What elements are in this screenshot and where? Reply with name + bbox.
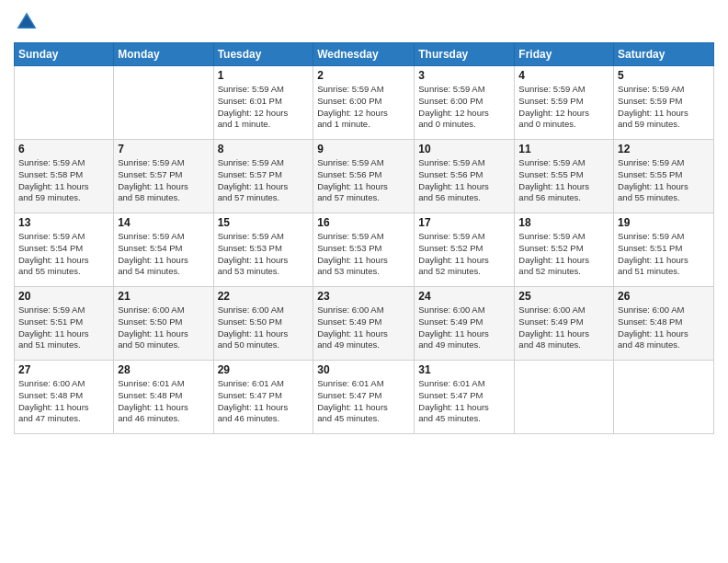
day-number: 30 [317, 363, 410, 376]
header [14, 9, 714, 35]
day-number: 10 [418, 143, 510, 155]
day-number: 20 [18, 290, 109, 303]
day-number: 16 [317, 216, 410, 229]
calendar-day-cell: 14Sunrise: 5:59 AM Sunset: 5:54 PM Dayli… [114, 213, 213, 287]
calendar-header-cell: Sunday [15, 43, 114, 66]
day-info: Sunrise: 6:01 AM Sunset: 5:47 PM Dayligh… [218, 378, 310, 425]
calendar-day-cell: 11Sunrise: 5:59 AM Sunset: 5:55 PM Dayli… [515, 140, 614, 213]
day-number: 22 [218, 290, 310, 303]
logo [14, 9, 43, 35]
calendar-day-cell: 20Sunrise: 5:59 AM Sunset: 5:51 PM Dayli… [15, 287, 114, 361]
day-number: 17 [418, 216, 510, 229]
calendar-day-cell: 22Sunrise: 6:00 AM Sunset: 5:50 PM Dayli… [213, 287, 313, 361]
calendar-day-cell [15, 66, 114, 140]
day-number: 4 [518, 69, 609, 82]
calendar-day-cell: 26Sunrise: 6:00 AM Sunset: 5:48 PM Dayli… [614, 287, 714, 361]
calendar-day-cell: 24Sunrise: 6:00 AM Sunset: 5:49 PM Dayli… [415, 287, 515, 361]
calendar-day-cell: 19Sunrise: 5:59 AM Sunset: 5:51 PM Dayli… [614, 213, 714, 287]
day-info: Sunrise: 5:59 AM Sunset: 5:55 PM Dayligh… [618, 157, 710, 204]
day-info: Sunrise: 6:00 AM Sunset: 5:50 PM Dayligh… [118, 304, 209, 351]
day-number: 8 [218, 143, 310, 155]
day-info: Sunrise: 5:59 AM Sunset: 5:53 PM Dayligh… [218, 231, 310, 278]
calendar-day-cell: 25Sunrise: 6:00 AM Sunset: 5:49 PM Dayli… [515, 287, 614, 361]
day-info: Sunrise: 5:59 AM Sunset: 5:53 PM Dayligh… [317, 231, 410, 278]
day-info: Sunrise: 5:59 AM Sunset: 5:51 PM Dayligh… [18, 304, 109, 351]
calendar-week-row: 13Sunrise: 5:59 AM Sunset: 5:54 PM Dayli… [15, 213, 714, 287]
calendar-header-cell: Wednesday [313, 43, 415, 66]
day-info: Sunrise: 6:00 AM Sunset: 5:48 PM Dayligh… [618, 304, 710, 351]
day-number: 23 [317, 290, 410, 303]
day-info: Sunrise: 5:59 AM Sunset: 5:54 PM Dayligh… [18, 231, 109, 278]
day-info: Sunrise: 5:59 AM Sunset: 5:52 PM Dayligh… [518, 231, 609, 278]
calendar-day-cell: 4Sunrise: 5:59 AM Sunset: 5:59 PM Daylig… [515, 66, 614, 140]
day-info: Sunrise: 5:59 AM Sunset: 5:57 PM Dayligh… [218, 157, 310, 204]
calendar-day-cell: 6Sunrise: 5:59 AM Sunset: 5:58 PM Daylig… [15, 140, 114, 213]
calendar-day-cell: 18Sunrise: 5:59 AM Sunset: 5:52 PM Dayli… [515, 213, 614, 287]
calendar-week-row: 20Sunrise: 5:59 AM Sunset: 5:51 PM Dayli… [15, 287, 714, 361]
calendar-body: 1Sunrise: 5:59 AM Sunset: 6:01 PM Daylig… [15, 66, 714, 434]
day-number: 31 [418, 363, 510, 376]
day-info: Sunrise: 5:59 AM Sunset: 5:59 PM Dayligh… [618, 84, 710, 131]
calendar-day-cell: 23Sunrise: 6:00 AM Sunset: 5:49 PM Dayli… [313, 287, 415, 361]
day-number: 24 [418, 290, 510, 303]
day-info: Sunrise: 6:01 AM Sunset: 5:48 PM Dayligh… [118, 378, 209, 425]
day-info: Sunrise: 5:59 AM Sunset: 5:54 PM Dayligh… [118, 231, 209, 278]
calendar-day-cell: 29Sunrise: 6:01 AM Sunset: 5:47 PM Dayli… [213, 361, 313, 434]
day-number: 7 [118, 143, 209, 155]
calendar-week-row: 1Sunrise: 5:59 AM Sunset: 6:01 PM Daylig… [15, 66, 714, 140]
day-info: Sunrise: 5:59 AM Sunset: 5:56 PM Dayligh… [418, 157, 510, 204]
day-number: 15 [218, 216, 310, 229]
calendar-day-cell: 30Sunrise: 6:01 AM Sunset: 5:47 PM Dayli… [313, 361, 415, 434]
calendar-header-cell: Friday [515, 43, 614, 66]
day-info: Sunrise: 5:59 AM Sunset: 6:00 PM Dayligh… [418, 84, 510, 131]
calendar-header-cell: Saturday [614, 43, 714, 66]
day-number: 26 [618, 290, 710, 303]
calendar-day-cell: 13Sunrise: 5:59 AM Sunset: 5:54 PM Dayli… [15, 213, 114, 287]
calendar-day-cell: 16Sunrise: 5:59 AM Sunset: 5:53 PM Dayli… [313, 213, 415, 287]
calendar-day-cell: 12Sunrise: 5:59 AM Sunset: 5:55 PM Dayli… [614, 140, 714, 213]
day-info: Sunrise: 6:00 AM Sunset: 5:49 PM Dayligh… [418, 304, 510, 351]
day-info: Sunrise: 5:59 AM Sunset: 5:55 PM Dayligh… [518, 157, 609, 204]
calendar-week-row: 27Sunrise: 6:00 AM Sunset: 5:48 PM Dayli… [15, 361, 714, 434]
calendar-day-cell [614, 361, 714, 434]
day-info: Sunrise: 6:00 AM Sunset: 5:49 PM Dayligh… [317, 304, 410, 351]
calendar-header-cell: Thursday [415, 43, 515, 66]
calendar-day-cell: 5Sunrise: 5:59 AM Sunset: 5:59 PM Daylig… [614, 66, 714, 140]
calendar-week-row: 6Sunrise: 5:59 AM Sunset: 5:58 PM Daylig… [15, 140, 714, 213]
day-number: 19 [618, 216, 710, 229]
logo-icon [14, 9, 40, 35]
calendar-day-cell: 7Sunrise: 5:59 AM Sunset: 5:57 PM Daylig… [114, 140, 213, 213]
calendar-day-cell: 3Sunrise: 5:59 AM Sunset: 6:00 PM Daylig… [415, 66, 515, 140]
day-number: 3 [418, 69, 510, 82]
day-info: Sunrise: 5:59 AM Sunset: 5:52 PM Dayligh… [418, 231, 510, 278]
day-number: 18 [518, 216, 609, 229]
day-info: Sunrise: 5:59 AM Sunset: 5:57 PM Dayligh… [118, 157, 209, 204]
day-number: 9 [317, 143, 410, 155]
calendar-day-cell: 10Sunrise: 5:59 AM Sunset: 5:56 PM Dayli… [415, 140, 515, 213]
calendar-day-cell: 27Sunrise: 6:00 AM Sunset: 5:48 PM Dayli… [15, 361, 114, 434]
day-info: Sunrise: 5:59 AM Sunset: 5:59 PM Dayligh… [518, 84, 609, 131]
calendar-day-cell [114, 66, 213, 140]
day-number: 21 [118, 290, 209, 303]
page-container: SundayMondayTuesdayWednesdayThursdayFrid… [0, 0, 728, 443]
day-number: 11 [518, 143, 609, 155]
day-info: Sunrise: 5:59 AM Sunset: 6:00 PM Dayligh… [317, 84, 410, 131]
day-info: Sunrise: 6:00 AM Sunset: 5:50 PM Dayligh… [218, 304, 310, 351]
calendar-day-cell: 17Sunrise: 5:59 AM Sunset: 5:52 PM Dayli… [415, 213, 515, 287]
calendar-day-cell [515, 361, 614, 434]
day-info: Sunrise: 5:59 AM Sunset: 6:01 PM Dayligh… [218, 84, 310, 131]
day-number: 25 [518, 290, 609, 303]
calendar-day-cell: 8Sunrise: 5:59 AM Sunset: 5:57 PM Daylig… [213, 140, 313, 213]
day-info: Sunrise: 5:59 AM Sunset: 5:51 PM Dayligh… [618, 231, 710, 278]
calendar-header-row: SundayMondayTuesdayWednesdayThursdayFrid… [15, 43, 714, 66]
day-info: Sunrise: 5:59 AM Sunset: 5:56 PM Dayligh… [317, 157, 410, 204]
day-info: Sunrise: 6:01 AM Sunset: 5:47 PM Dayligh… [317, 378, 410, 425]
day-number: 28 [118, 363, 209, 376]
calendar-header-cell: Monday [114, 43, 213, 66]
calendar-day-cell: 1Sunrise: 5:59 AM Sunset: 6:01 PM Daylig… [213, 66, 313, 140]
day-number: 29 [218, 363, 310, 376]
day-number: 6 [18, 143, 109, 155]
day-info: Sunrise: 6:00 AM Sunset: 5:49 PM Dayligh… [518, 304, 609, 351]
calendar-table: SundayMondayTuesdayWednesdayThursdayFrid… [14, 42, 714, 434]
day-info: Sunrise: 5:59 AM Sunset: 5:58 PM Dayligh… [18, 157, 109, 204]
